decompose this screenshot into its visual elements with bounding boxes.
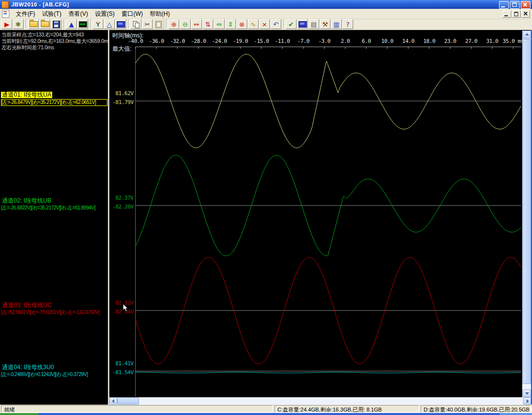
toolbar-button-help[interactable]: ? [342,19,353,29]
scale-pos-02: 82.37V [109,195,133,201]
toolbar: ▶✱▲Y△✂⊕⊖↔⇅⇔⇕⊗∿×↶✔▤⚒▥? [0,19,532,30]
time-axis-ticks: -40.0-36.0-32.0-28.0-24.0-19.0-15.0-11.0… [109,38,531,44]
toolbar-button-open-waveform[interactable] [28,19,39,29]
toolbar-button-undo[interactable]: ↶ [270,19,281,29]
toolbar-button-delta-connection[interactable]: △ [104,19,115,29]
scroll-right-button[interactable] [523,397,531,405]
y-connection-icon: Y [96,21,100,28]
zoom-out-icon: ⊖ [183,21,188,28]
app-icon [1,1,9,8]
waveform-chart-area: 时间轴(ms): -40.0-36.0-32.0-28.0-24.0-19.0-… [109,30,531,405]
vertical-scroll-thumb[interactable] [523,39,531,384]
taskbar-main [38,413,499,415]
toolbar-button-settings-gears[interactable]: ✱ [13,19,24,29]
cut-icon: ✂ [145,21,150,28]
open-config-icon [41,21,49,27]
paste-icon [155,21,162,28]
toolbar-button-cut[interactable]: ✂ [142,19,153,29]
channel-block-03: 通道03: Ⅰ段母线UC[左=52.9501V][右=-70.0201V][右-… [1,300,107,315]
toolbar-button-copy[interactable] [131,19,141,29]
menu-item-view[interactable]: 查看(V) [65,9,92,19]
toolbar-separator [283,20,284,29]
save-file-icon [53,21,60,28]
menu-item-settings[interactable]: 设置(S) [92,9,118,19]
info-line-0: 当前采样点:左=133,右=204,最大=943 [1,32,108,38]
mdi-close-button[interactable] [521,10,530,18]
cursor-info: 当前采样点:左=133,右=204,最大=943当前时刻:左=92.0ms,右=… [1,32,108,51]
toolbar-button-channel-arrows[interactable]: ⇅ [202,19,213,29]
toolbar-button-tools-hammer[interactable]: ⚒ [320,19,331,29]
toolbar-button-open-config[interactable] [39,19,50,29]
settings-gears-icon: ✱ [16,21,21,28]
scale-pos-04: 81.41V [109,360,133,367]
toolbar-button-time-expand[interactable]: ↔ [191,19,202,29]
menu-item-test[interactable]: 试验(T) [38,9,65,19]
toolbar-button-save-file[interactable] [51,19,62,29]
menu-item-window[interactable]: 窗口(W) [118,9,146,19]
toolbar-button-delete-mark[interactable]: × [259,19,270,29]
mdi-restore-button[interactable] [512,10,521,18]
minimize-button[interactable] [499,1,509,9]
vertical-scrollbar[interactable] [522,31,531,397]
channel-label-03[interactable]: 通道03: Ⅰ段母线UC [1,302,53,309]
channel-block-04: 通道04: Ⅰ段母线3U0[左=-0.2486V][右=0.1243V][右-左… [1,362,107,378]
wave-measure-icon: ∿ [251,21,256,28]
menu-item-help[interactable]: 帮助(H) [146,9,173,19]
toolbar-button-y-connection[interactable]: Y [93,19,103,29]
toolbar-button-zoom-out[interactable]: ⊖ [180,19,191,29]
toolbar-button-monitor-view[interactable] [297,19,308,29]
waveform-ch04 [135,372,521,373]
toolbar-button-vector-diagram[interactable]: ▲ [66,19,77,29]
scale-neg-01: -81.79V [109,99,133,105]
taskbar-strip [0,413,532,415]
scroll-left-button[interactable] [109,397,117,405]
vector-diagram-icon: ▲ [69,21,74,28]
toolbar-button-edit-confirm[interactable]: ✔ [286,19,297,29]
scroll-down-button[interactable] [523,389,531,397]
toolbar-separator [26,20,27,29]
toolbar-separator [128,20,129,29]
horizontal-scrollbar[interactable] [109,397,531,405]
toolbar-button-start-test[interactable]: ▶ [1,19,12,29]
restore-button[interactable] [510,1,520,9]
toolbar-button-reset-view[interactable]: ⊗ [236,19,247,29]
menu-bar: 文件(F)试验(T)查看(V)设置(S)窗口(W)帮助(H) [0,9,532,19]
monitor-view-icon [299,21,307,28]
menu-items: 文件(F)试验(T)查看(V)设置(S)窗口(W)帮助(H) [12,9,173,19]
channel-label-01[interactable]: 通道01: Ⅰ段母线UA [1,92,52,98]
scroll-up-button[interactable] [523,31,531,38]
scale-pos-01: 81.62V [109,90,133,97]
start-test-icon: ▶ [4,21,9,28]
channel-info-panel: 当前采样点:左=133,右=204,最大=943当前时刻:左=92.0ms,右=… [0,30,108,405]
undo-icon: ↶ [273,21,279,28]
mdi-window-controls [502,10,530,18]
start-button-sliver[interactable] [0,413,38,415]
scale-pos-03: 82.12V [109,300,133,306]
toolbar-button-data-table[interactable]: ▥ [331,19,342,29]
toolbar-button-zoom-in[interactable]: ⊕ [168,19,179,29]
toolbar-button-print-page[interactable]: ▤ [308,19,319,29]
data-table-icon: ▥ [333,21,339,28]
help-icon: ? [346,21,350,28]
mdi-minimize-button[interactable] [502,10,511,18]
copy-icon [133,21,139,28]
toolbar-button-v-stretch[interactable]: ⇕ [225,19,236,29]
status-disk-c: C:盘容量:24.4GB,剩余:16.3GB,已用: 8.1GB [274,405,419,413]
channel-values-04: [左=-0.2486V][右=0.1243V][右-左=0.3729V] [1,372,107,378]
menu-item-file[interactable]: 文件(F) [12,9,38,19]
toolbar-button-screen-layout[interactable] [115,19,126,29]
toolbar-button-paste [153,19,164,29]
status-ready: 就绪 [1,405,273,413]
channel-label-02[interactable]: 通道02: Ⅰ段母线UB [1,198,52,204]
toolbar-button-h-stretch[interactable]: ⇔ [214,19,225,29]
toolbar-button-waveform-window[interactable] [77,19,88,29]
toolbar-button-wave-measure[interactable]: ∿ [248,19,259,29]
window-controls [499,1,531,9]
close-button[interactable] [521,1,531,9]
zoom-in-icon: ⊕ [171,21,177,28]
horizontal-scroll-thumb[interactable] [117,397,139,405]
window-title: JBW2010 - [AB.CFG] [11,1,69,7]
waveform-window-icon [79,21,87,28]
delete-mark-icon: × [262,21,267,28]
channel-label-04[interactable]: 通道04: Ⅰ段母线3U0 [1,364,55,371]
